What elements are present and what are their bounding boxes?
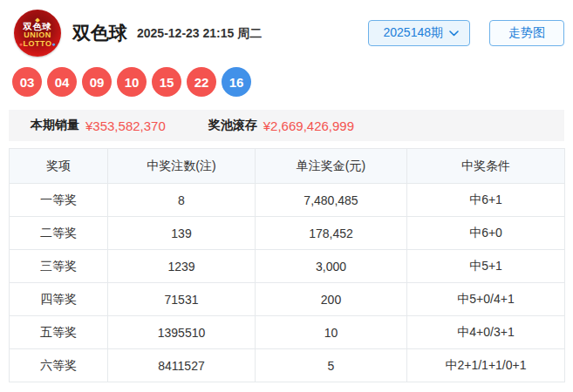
table-row: 一等奖87,480,485中6+1 [10,184,565,217]
header-actions: 2025148期 走势图 [368,20,564,46]
blue-ball: 16 [222,67,251,97]
table-cell-prize: 五等奖 [10,316,108,349]
table-cell-prize: 一等奖 [10,184,108,217]
table-cell-condition: 中6+1 [407,184,565,217]
column-header: 中奖条件 [407,149,565,184]
pool-group: 奖池滚存 ¥2,669,426,999 [208,118,354,133]
column-header: 中奖注数(注) [108,149,256,184]
chevron-down-icon [449,30,459,37]
table-row: 二等奖139178,452中6+0 [10,217,565,250]
table-cell-amount: 5 [256,349,407,382]
red-ball: 03 [12,67,42,97]
table-header-row: 奖项中奖注数(注)单注奖金(元)中奖条件 [10,149,565,184]
table-cell-winners: 8411527 [108,349,256,382]
sales-value: ¥353,582,370 [85,118,166,133]
column-header: 奖项 [10,149,108,184]
table-cell-winners: 71531 [108,283,256,316]
table-cell-amount: 200 [256,283,407,316]
logo-line3: ●LOTTO● [19,40,56,48]
page-title: 双色球 [72,21,127,45]
red-ball: 22 [187,67,216,97]
union-lotto-logo-icon: ◆ 双色球 UNION ●LOTTO● [14,10,61,57]
pool-value: ¥2,669,426,999 [263,118,354,133]
table-cell-condition: 中6+0 [407,217,565,250]
red-ball: 10 [117,67,147,97]
sales-label: 本期销量 [31,118,79,133]
lottery-results-page: ◆ 双色球 UNION ●LOTTO● 双色球 2025-12-23 21:15… [0,0,573,392]
header: ◆ 双色球 UNION ●LOTTO● 双色球 2025-12-23 21:15… [0,0,573,57]
table-cell-winners: 139 [108,217,256,250]
table-cell-prize: 二等奖 [10,217,108,250]
table-cell-condition: 中2+1/1+1/0+1 [407,349,565,382]
red-ball: 04 [47,67,77,97]
table-cell-prize: 三等奖 [10,250,108,283]
period-dropdown-value: 2025148期 [383,25,443,41]
table-cell-condition: 中5+0/4+1 [407,283,565,316]
pool-label: 奖池滚存 [208,118,257,133]
table-row: 四等奖71531200中5+0/4+1 [10,283,565,316]
winning-numbers: 03040910152216 [12,67,573,97]
table-cell-amount: 7,480,485 [256,184,407,217]
trend-chart-button[interactable]: 走势图 [489,20,564,46]
sales-group: 本期销量 ¥353,582,370 [31,118,166,133]
table-cell-winners: 8 [108,184,256,217]
table-cell-prize: 六等奖 [10,349,108,382]
stats-bar: 本期销量 ¥353,582,370 奖池滚存 ¥2,669,426,999 [9,110,564,141]
table-cell-amount: 178,452 [256,217,407,250]
table-cell-condition: 中4+0/3+1 [407,316,565,349]
prize-table-body: 一等奖87,480,485中6+1二等奖139178,452中6+0三等奖123… [10,184,565,382]
red-ball: 15 [152,67,181,97]
table-cell-amount: 3,000 [256,250,407,283]
logo-blue-ball-icon: ● [51,41,56,47]
table-row: 五等奖139551010中4+0/3+1 [10,316,565,349]
prize-table: 奖项中奖注数(注)单注奖金(元)中奖条件 一等奖87,480,485中6+1二等… [9,148,565,382]
draw-datetime: 2025-12-23 21:15 周二 [137,24,262,42]
table-cell-winners: 1395510 [108,316,256,349]
period-dropdown[interactable]: 2025148期 [368,20,470,46]
table-cell-winners: 1239 [108,250,256,283]
red-ball: 09 [82,67,112,97]
table-cell-prize: 四等奖 [10,283,108,316]
column-header: 单注奖金(元) [256,149,407,184]
table-row: 三等奖12393,000中5+1 [10,250,565,283]
table-cell-amount: 10 [256,316,407,349]
table-cell-condition: 中5+1 [407,250,565,283]
table-row: 六等奖84115275中2+1/1+1/0+1 [10,349,565,382]
